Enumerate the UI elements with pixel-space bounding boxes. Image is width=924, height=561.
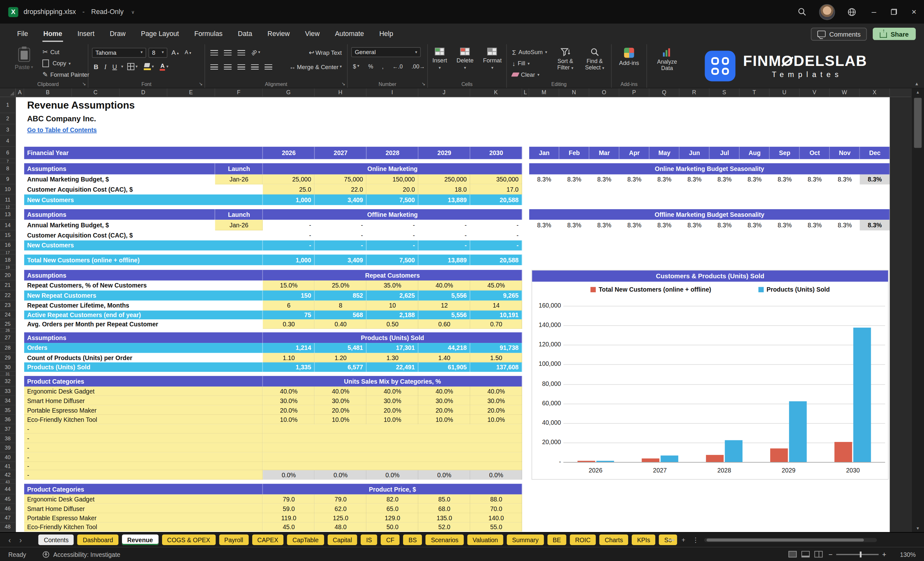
row-header-27[interactable]: 27: [0, 332, 15, 343]
cell[interactable]: Assumptions: [24, 209, 215, 220]
cell[interactable]: New Customers: [24, 195, 263, 205]
cell[interactable]: 8.3%: [770, 174, 800, 184]
cell[interactable]: Product Categories: [24, 376, 263, 387]
column-header-H[interactable]: H: [315, 88, 366, 97]
percent-style-button[interactable]: %: [366, 61, 375, 71]
cell[interactable]: 8.3%: [650, 174, 680, 184]
cell[interactable]: 70.0: [470, 504, 522, 513]
cell[interactable]: Repeat Customers, % of New Customers: [24, 280, 263, 290]
cell[interactable]: 85.0: [418, 495, 470, 504]
cell[interactable]: 18.0: [418, 184, 470, 194]
row-header-24[interactable]: 24: [0, 310, 15, 320]
cell[interactable]: 20.0%: [418, 405, 470, 415]
cell[interactable]: Offline Marketing: [262, 209, 522, 220]
fill-button[interactable]: ↓Fill▾: [510, 58, 549, 68]
decrease-indent-button[interactable]: [249, 61, 261, 72]
cell[interactable]: -: [366, 240, 418, 250]
menu-tab-data[interactable]: Data: [230, 24, 260, 44]
cell[interactable]: 119.0: [262, 513, 315, 523]
cell[interactable]: 52.0: [418, 523, 470, 532]
cell[interactable]: -: [470, 240, 522, 250]
cell[interactable]: 20.0%: [366, 405, 418, 415]
cell[interactable]: 2028: [366, 147, 418, 159]
toc-link[interactable]: Go to Table of Contents: [24, 124, 366, 136]
cell[interactable]: Jan: [529, 147, 559, 159]
font-family-select[interactable]: Tahoma▾: [92, 48, 146, 57]
column-header-W[interactable]: W: [830, 88, 860, 97]
sheet-tab-cf[interactable]: CF: [381, 535, 400, 545]
select-all-corner[interactable]: [0, 88, 16, 98]
cell[interactable]: Total New Customers (online + offline): [24, 255, 263, 265]
cell[interactable]: 0.0%: [262, 470, 315, 480]
sheet-tab-payroll[interactable]: Payroll: [219, 535, 249, 545]
vertical-scrollbar-thumb[interactable]: [914, 98, 922, 148]
menu-tab-formulas[interactable]: Formulas: [187, 24, 230, 44]
cell[interactable]: Jun: [680, 147, 710, 159]
vertical-scrollbar[interactable]: ▴ ▾: [911, 88, 924, 532]
cell[interactable]: -: [24, 424, 263, 434]
account-button[interactable]: [814, 0, 839, 24]
cell[interactable]: 8.3%: [619, 220, 649, 230]
cell[interactable]: 6: [262, 300, 315, 310]
clear-button[interactable]: Clear▾: [510, 69, 549, 79]
cell[interactable]: 13,889: [418, 195, 470, 205]
row-header-38[interactable]: 38: [0, 434, 15, 443]
cell[interactable]: 61,905: [418, 362, 470, 372]
menu-tab-help[interactable]: Help: [372, 24, 401, 44]
cell[interactable]: 852: [315, 290, 366, 300]
row-header-37[interactable]: 37: [0, 424, 15, 434]
cell[interactable]: 8.3%: [860, 220, 890, 230]
cell[interactable]: 20.0%: [262, 405, 315, 415]
row-header-12[interactable]: 12: [0, 205, 15, 209]
row-header-26[interactable]: 26: [0, 329, 15, 332]
cell[interactable]: 22,491: [366, 362, 418, 372]
cell[interactable]: 10.0%: [470, 415, 522, 424]
cell[interactable]: 10.0%: [262, 415, 315, 424]
row-header-40[interactable]: 40: [0, 452, 15, 462]
column-header-K[interactable]: K: [470, 88, 522, 97]
cell[interactable]: -: [24, 462, 263, 470]
cell[interactable]: Online Marketing Budget Seasonality: [529, 164, 890, 174]
cell[interactable]: 3,409: [315, 255, 366, 265]
share-button[interactable]: Share: [873, 28, 916, 40]
underline-button[interactable]: U: [111, 61, 119, 72]
cell[interactable]: 35.0%: [366, 280, 418, 290]
cell[interactable]: Products (Units) Sold: [262, 332, 522, 343]
cell[interactable]: Financial Year: [24, 147, 263, 159]
cell[interactable]: Active Repeat Customers (end of year): [24, 310, 263, 320]
row-header-41[interactable]: 41: [0, 462, 15, 470]
cell[interactable]: 65.0: [366, 504, 418, 513]
cell[interactable]: 8.3%: [710, 174, 740, 184]
column-header-G[interactable]: G: [262, 88, 315, 97]
cell[interactable]: 250,000: [418, 174, 470, 184]
cell[interactable]: 0.50: [366, 320, 418, 329]
sheet-tab-revenue[interactable]: Revenue: [122, 535, 158, 545]
sort-filter-button[interactable]: Sort & Filter ▾: [552, 47, 578, 80]
sheet-tab-capital[interactable]: Capital: [327, 535, 357, 545]
menu-tab-file[interactable]: File: [9, 24, 36, 44]
cell[interactable]: 30.0%: [470, 396, 522, 406]
row-header-13[interactable]: 13: [0, 209, 15, 220]
cell[interactable]: 8.3%: [800, 220, 830, 230]
cell[interactable]: Portable Espresso Maker: [24, 513, 263, 523]
cell[interactable]: Aug: [740, 147, 770, 159]
cell[interactable]: [262, 452, 522, 462]
cell[interactable]: Count of Products (Units) per Order: [24, 353, 263, 363]
sheet-tab-summary[interactable]: Summary: [507, 535, 544, 545]
middle-align-button[interactable]: [222, 47, 233, 58]
cell[interactable]: 17.0: [470, 184, 522, 194]
cell[interactable]: Launch: [215, 164, 263, 174]
row-header-18[interactable]: 18: [0, 255, 15, 265]
column-header-X[interactable]: X: [860, 88, 890, 97]
increase-indent-button[interactable]: [262, 61, 274, 72]
cell[interactable]: 91,738: [470, 343, 522, 353]
cell[interactable]: May: [650, 147, 680, 159]
top-align-button[interactable]: [208, 47, 220, 58]
chevron-down-icon[interactable]: ▾: [121, 64, 123, 69]
row-header-2[interactable]: 2: [0, 113, 15, 124]
cell[interactable]: 8.3%: [619, 174, 649, 184]
cell[interactable]: 150: [262, 290, 315, 300]
delete-cells-button[interactable]: Delete ▾: [454, 47, 477, 70]
collapse-ribbon-icon[interactable]: ▴: [915, 81, 918, 87]
column-header-F[interactable]: F: [215, 88, 263, 97]
